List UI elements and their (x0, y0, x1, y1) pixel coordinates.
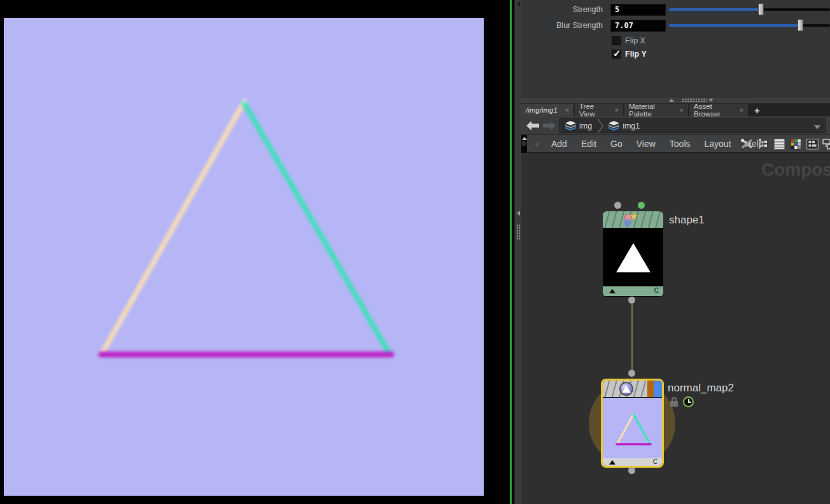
checkmark-icon: ✓ (613, 48, 621, 59)
network-editor[interactable]: Composit ★ C shape1 (521, 153, 830, 504)
normal-map-image[interactable] (4, 18, 484, 496)
parameter-panel: Strength 5 Blur Strength 7.07 Flip X ✓ F… (521, 0, 830, 97)
blur-strength-field[interactable]: 7.07 (610, 20, 666, 32)
compositing-flag[interactable]: C (654, 287, 659, 294)
horizontal-pane-splitter[interactable] (521, 97, 830, 104)
network-layers-icon (608, 121, 619, 130)
menu-scrollbar[interactable] (521, 135, 527, 153)
node-header[interactable]: ★ (603, 211, 663, 228)
node-thumbnail[interactable] (603, 398, 662, 458)
normalmap2-input-connector[interactable] (628, 370, 635, 377)
breadcrumb-img1[interactable]: img1 (606, 121, 642, 130)
network-menu-bar: Add Edit Go View Tools Layout Help (521, 135, 830, 153)
path-field[interactable]: img img1 (559, 118, 826, 133)
node-badge-dot[interactable] (614, 202, 621, 209)
node-shape1[interactable]: ★ C (603, 211, 663, 297)
splitter-collapse-icon[interactable] (517, 1, 520, 6)
forward-arrow-icon[interactable] (542, 120, 556, 131)
splitter-arrow-icon[interactable] (517, 211, 520, 216)
node-badge-dot-green[interactable] (638, 202, 645, 209)
blur-strength-slider-handle[interactable] (798, 19, 803, 31)
pane-tab-bar: /img/img1 × Tree View × Material Palette… (521, 104, 830, 116)
footer-triangle-icon (609, 460, 615, 465)
close-icon[interactable]: × (680, 106, 684, 114)
normal-map-triangle (4, 18, 484, 496)
normal-map-node-icon (619, 382, 633, 396)
tab-img-img1[interactable]: /img/img1 × (521, 104, 573, 116)
tree-view-icon[interactable] (756, 137, 770, 151)
tab-asset-browser[interactable]: Asset Browser × (689, 104, 748, 116)
normal-map-mini-triangle (603, 398, 662, 458)
back-arrow-icon[interactable] (526, 120, 540, 131)
node-thumbnail[interactable] (603, 228, 663, 286)
breadcrumb-img[interactable]: img (563, 121, 594, 130)
menu-overflow-left-icon (535, 141, 538, 148)
context-watermark: Composit (761, 160, 830, 180)
new-tab-button[interactable]: + (749, 104, 765, 116)
splitter-grip[interactable] (516, 224, 521, 241)
node-footer[interactable]: C (603, 458, 662, 467)
node-wire[interactable] (631, 304, 633, 372)
flip-y-checkbox[interactable]: ✓ (612, 50, 621, 59)
menu-edit[interactable]: Edit (574, 139, 603, 149)
strength-label: Strength (521, 5, 603, 15)
blur-strength-slider[interactable] (668, 24, 830, 27)
strength-slider-handle[interactable] (758, 3, 764, 15)
flip-x-label: Flip X (625, 36, 645, 46)
vertical-pane-splitter[interactable] (514, 0, 521, 504)
close-icon[interactable]: × (565, 106, 569, 114)
node-normal-map2[interactable]: C (601, 379, 664, 468)
flip-y-label: Flip Y (625, 50, 647, 59)
node-header[interactable] (603, 381, 662, 398)
clock-icon[interactable] (683, 396, 694, 407)
template-flag-stripe[interactable] (647, 381, 654, 397)
footer-triangle-icon (609, 289, 615, 293)
menu-view[interactable]: View (630, 139, 663, 149)
tools-wrench-icon[interactable] (740, 137, 753, 151)
list-view-icon[interactable] (773, 137, 786, 151)
splitter-up-icon[interactable] (669, 99, 674, 102)
menu-layout[interactable]: Layout (698, 139, 738, 149)
menu-tools[interactable]: Tools (663, 139, 698, 149)
color-palette-icon[interactable] (789, 137, 803, 151)
triangle-shape (616, 243, 651, 272)
close-icon[interactable]: × (615, 106, 619, 114)
lock-icon[interactable] (670, 397, 679, 407)
scroll-thumb[interactable] (522, 141, 526, 146)
menu-go[interactable]: Go (603, 139, 630, 149)
node-footer[interactable]: C (603, 286, 663, 296)
splitter-grip[interactable] (682, 98, 707, 102)
tab-tree-view[interactable]: Tree View × (575, 104, 623, 116)
splitter-down-icon[interactable] (708, 99, 714, 102)
strength-slider[interactable] (668, 8, 830, 11)
blur-strength-label: Blur Strength (521, 21, 603, 31)
node-label-normal-map2: normal_map2 (668, 382, 734, 395)
path-bar: img img1 (521, 116, 830, 135)
strength-field[interactable]: 5 (610, 4, 666, 16)
close-icon[interactable]: × (740, 106, 743, 114)
scroll-up-icon[interactable] (522, 137, 527, 140)
parameter-dialog-icon[interactable] (806, 137, 819, 151)
flip-x-checkbox[interactable] (612, 36, 621, 45)
menu-add[interactable]: Add (544, 139, 574, 149)
chevron-separator-icon (597, 119, 603, 133)
chevron-down-icon[interactable] (814, 125, 820, 129)
compositing-flag[interactable]: C (653, 458, 658, 465)
composite-viewer[interactable] (0, 0, 509, 504)
tab-material-palette[interactable]: Material Palette × (624, 104, 688, 116)
node-label-shape1: shape1 (669, 214, 705, 227)
normalmap2-output-connector[interactable] (628, 467, 635, 474)
houdini-window: Strength 5 Blur Strength 7.07 Flip X ✓ F… (0, 0, 830, 504)
shape1-output-connector[interactable] (628, 297, 635, 304)
shape-node-icon: ★ (623, 213, 644, 228)
network-node-icon[interactable] (822, 137, 830, 151)
display-flag-stripe[interactable] (654, 381, 662, 397)
network-layers-icon (565, 121, 576, 130)
